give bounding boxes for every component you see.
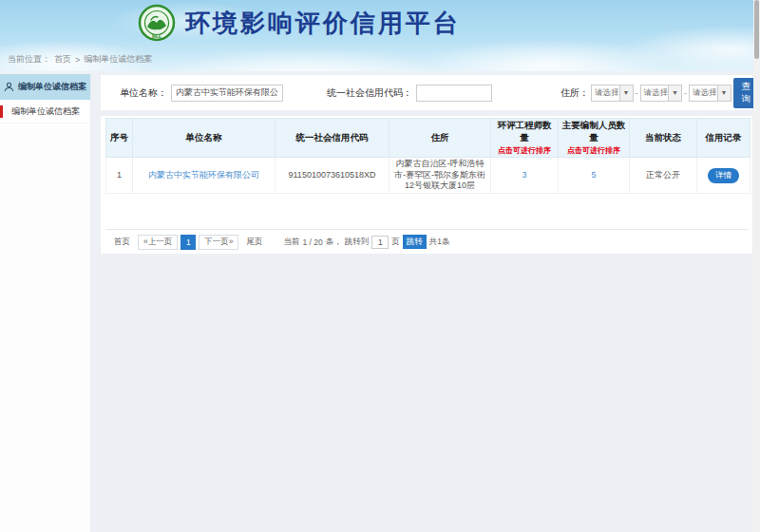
jump-page-input[interactable] bbox=[371, 236, 389, 249]
prev-page-button[interactable]: «上一页 bbox=[138, 235, 178, 250]
col-staff-count[interactable]: 主要编制人员数量 点击可进行排序 bbox=[559, 119, 630, 158]
jump-label: 跳转到 bbox=[345, 237, 370, 248]
breadcrumb: 当前位置： 首页 > 编制单位诚信档案 bbox=[8, 53, 152, 66]
page-1-button[interactable]: 1 bbox=[180, 235, 196, 250]
results-table: 序号 单位名称 统一社会信用代码 住所 环评工程师数量 点击可进行排序 主要编制… bbox=[105, 118, 750, 194]
search-panel: 单位名称： 统一社会信用代码： 住所： 请选择 ▼ - 请选择 ▼ - 请选择 … bbox=[100, 74, 753, 111]
pagination-position: 1 / 20 bbox=[302, 238, 322, 247]
pagination-bar: 首页 «上一页 1 下一页» 尾页 当前 1 / 20 条， 跳转到 页 跳转 … bbox=[105, 229, 748, 254]
credit-code-input[interactable] bbox=[416, 85, 492, 102]
user-icon bbox=[4, 82, 14, 92]
brand: MEE 环境影响评价信用平台 bbox=[138, 4, 461, 42]
last-page-button[interactable]: 尾页 bbox=[241, 235, 267, 250]
table-row: 1 内蒙古中实节能环保有限公司 9115010073610518XD 内蒙古自治… bbox=[106, 158, 750, 194]
main-content: 单位名称： 统一社会信用代码： 住所： 请选择 ▼ - 请选择 ▼ - 请选择 … bbox=[100, 74, 753, 255]
col-credit-code: 统一社会信用代码 bbox=[276, 119, 390, 158]
svg-text:MEE: MEE bbox=[152, 34, 162, 39]
jump-suffix: 页 bbox=[391, 237, 400, 248]
unit-name-label: 单位名称： bbox=[120, 86, 167, 100]
mee-logo-icon: MEE bbox=[138, 4, 176, 42]
table-header-row: 序号 单位名称 统一社会信用代码 住所 环评工程师数量 点击可进行排序 主要编制… bbox=[106, 119, 750, 158]
cell-index: 1 bbox=[106, 158, 133, 194]
breadcrumb-prefix: 当前位置： bbox=[8, 53, 50, 66]
active-indicator bbox=[0, 105, 3, 118]
sidebar-group-credit-archive[interactable]: 编制单位诚信档案 bbox=[0, 74, 90, 100]
breadcrumb-home-link[interactable]: 首页 bbox=[54, 53, 71, 66]
engineer-sort-hint[interactable]: 点击可进行排序 bbox=[493, 145, 556, 156]
col-engineer-count[interactable]: 环评工程师数量 点击可进行排序 bbox=[491, 119, 559, 158]
col-staff-count-label: 主要编制人员数量 bbox=[562, 120, 626, 142]
table-empty-space bbox=[105, 194, 748, 229]
chevron-down-icon: ▼ bbox=[668, 86, 681, 101]
address-separator: - bbox=[636, 88, 638, 98]
address-label: 住所： bbox=[560, 86, 589, 100]
address-province-value: 请选择 bbox=[592, 87, 619, 99]
scrollbar-thumb[interactable] bbox=[754, 0, 759, 59]
first-page-button[interactable]: 首页 bbox=[109, 235, 135, 250]
col-status: 当前状态 bbox=[630, 119, 697, 158]
vertical-scrollbar[interactable] bbox=[753, 0, 760, 532]
cell-address: 内蒙古自治区-呼和浩特市-赛罕区-鄂尔多斯东街12号银联大厦10层 bbox=[390, 158, 491, 194]
jump-button[interactable]: 跳转 bbox=[403, 235, 427, 249]
address-city-value: 请选择 bbox=[641, 87, 669, 99]
unit-name-input[interactable] bbox=[171, 85, 283, 102]
breadcrumb-current: 编制单位诚信档案 bbox=[84, 53, 152, 66]
pagination-unit: 条， bbox=[326, 237, 342, 248]
credit-code-label: 统一社会信用代码： bbox=[327, 86, 412, 100]
page-title: 环境影响评价信用平台 bbox=[185, 4, 461, 42]
sidebar-item-label: 编制单位诚信档案 bbox=[11, 105, 80, 118]
col-index: 序号 bbox=[106, 119, 133, 158]
sidebar-group-label: 编制单位诚信档案 bbox=[18, 81, 86, 93]
total-count: 共1条 bbox=[429, 237, 450, 248]
next-page-button[interactable]: 下一页» bbox=[199, 235, 238, 250]
page-body: 编制单位诚信档案 编制单位诚信档案 单位名称： 统一社会信用代码： 住所： 请选… bbox=[0, 71, 760, 532]
address-city-select[interactable]: 请选择 ▼ bbox=[640, 85, 683, 102]
col-engineer-count-label: 环评工程师数量 bbox=[498, 120, 552, 142]
detail-button[interactable]: 详情 bbox=[708, 168, 739, 183]
cell-credit-code: 9115010073610518XD bbox=[276, 158, 390, 194]
chevron-down-icon: ▼ bbox=[717, 86, 731, 101]
address-province-select[interactable]: 请选择 ▼ bbox=[591, 85, 634, 102]
results-panel: 序号 单位名称 统一社会信用代码 住所 环评工程师数量 点击可进行排序 主要编制… bbox=[100, 115, 753, 255]
chevron-down-icon: ▼ bbox=[619, 86, 633, 101]
address-separator: - bbox=[684, 88, 687, 98]
breadcrumb-separator: > bbox=[75, 55, 80, 65]
col-unit-name: 单位名称 bbox=[133, 119, 276, 158]
pagination-info-prefix: 当前 bbox=[283, 237, 299, 248]
pagination-info: 当前 1 / 20 条， 跳转到 页 跳转 共1条 bbox=[283, 235, 449, 249]
staff-sort-hint[interactable]: 点击可进行排序 bbox=[560, 145, 627, 156]
sidebar: 编制单位诚信档案 编制单位诚信档案 bbox=[0, 74, 91, 532]
address-district-value: 请选择 bbox=[690, 87, 717, 99]
cell-status: 正常公开 bbox=[630, 158, 697, 194]
col-address: 住所 bbox=[390, 119, 491, 158]
unit-name-link[interactable]: 内蒙古中实节能环保有限公司 bbox=[148, 170, 259, 180]
sidebar-item-credit-archive[interactable]: 编制单位诚信档案 bbox=[0, 100, 90, 124]
header-banner: MEE 环境影响评价信用平台 当前位置： 首页 > 编制单位诚信档案 bbox=[0, 0, 760, 71]
staff-count-link[interactable]: 5 bbox=[591, 170, 596, 180]
engineer-count-link[interactable]: 3 bbox=[522, 170, 526, 180]
address-district-select[interactable]: 请选择 ▼ bbox=[689, 85, 732, 102]
col-credit-record: 信用记录 bbox=[697, 119, 750, 158]
